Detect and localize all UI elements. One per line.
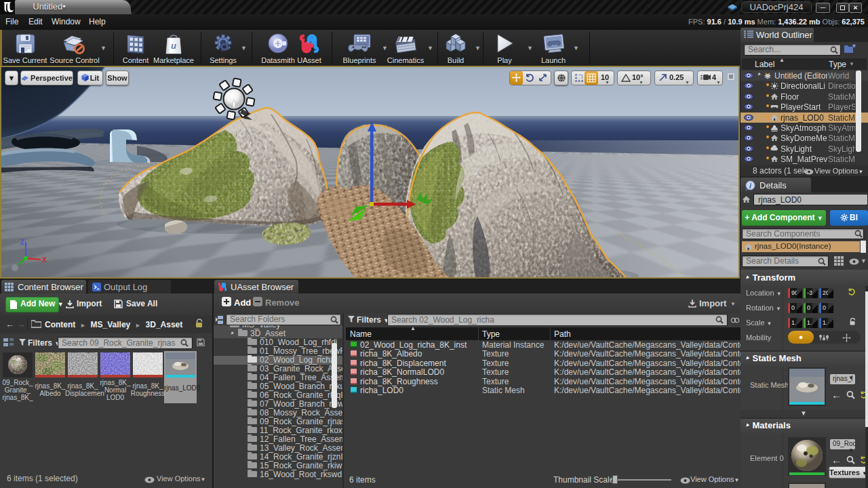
svg-text:u: u (171, 41, 176, 51)
svg-text:X: X (42, 256, 47, 264)
svg-text:Z: Z (20, 239, 24, 246)
